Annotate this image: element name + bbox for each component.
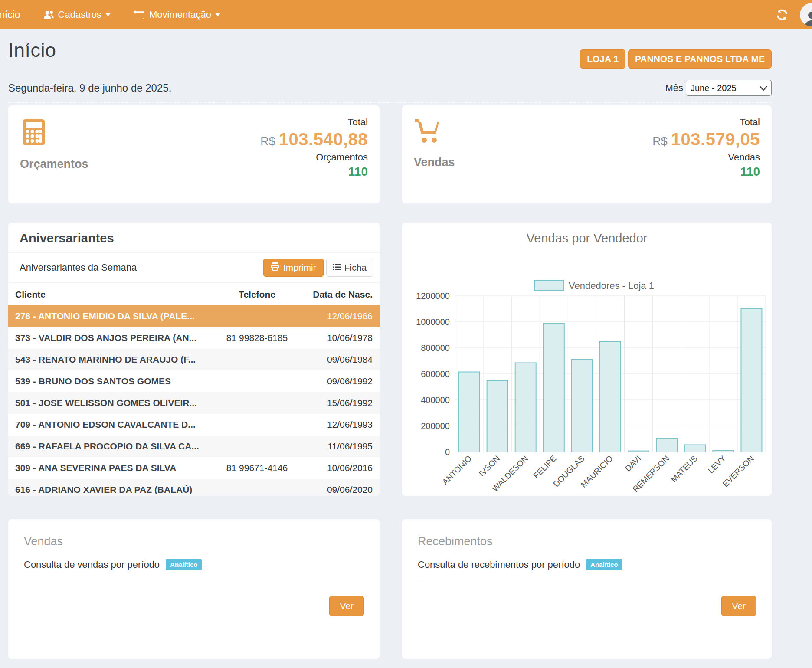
client-phone (213, 392, 301, 414)
table-row[interactable]: 539 - BRUNO DOS SANTOS GOMES09/06/1992 (8, 370, 380, 392)
count-value: 110 (652, 165, 760, 179)
client-name: 543 - RENATO MARINHO DE ARAUJO (F... (8, 349, 213, 370)
bar-douglas[interactable] (572, 360, 593, 452)
bar-mateus[interactable] (684, 445, 705, 452)
nav-item-inicio[interactable]: nício (0, 9, 32, 21)
analitico-badge: Analítico (166, 559, 202, 570)
bar-mauricio[interactable] (600, 341, 621, 452)
y-tick-label: 1000000 (416, 317, 450, 327)
client-name: 616 - ADRIANO XAVIER DA PAZ (BALAÚ) (8, 479, 213, 496)
client-name: 309 - ANA SEVERINA PAES DA SILVA (8, 457, 213, 479)
count-label: Orçamentos (260, 152, 368, 163)
refresh-icon[interactable] (776, 8, 789, 21)
client-name: 709 - ANTONIO EDSON CAVALCANTE D... (8, 414, 213, 436)
client-birthdate: 10/06/1978 (301, 327, 380, 349)
client-name: 501 - JOSE WELISSON GOMES OLIVEIR... (8, 392, 213, 414)
y-tick-label: 200000 (421, 421, 450, 431)
nav-item-cadastros[interactable]: Cadastros (32, 0, 122, 29)
x-tick-label: FELIPE (531, 454, 558, 480)
card-title: Vendas (414, 156, 455, 169)
x-tick-label: IVSON (477, 454, 502, 478)
birthday-table: Cliente Telefone Data de Nasc. 278 - ANT… (8, 283, 380, 496)
avatar[interactable] (800, 3, 812, 26)
client-birthdate: 09/06/1992 (301, 370, 380, 392)
table-row[interactable]: 543 - RENATO MARINHO DE ARAUJO (F...09/0… (8, 349, 380, 370)
client-birthdate: 12/06/1966 (301, 305, 380, 327)
table-row[interactable]: 709 - ANTONIO EDSON CAVALCANTE D...12/06… (8, 414, 380, 436)
total-value: 103.579,05 (671, 130, 760, 149)
ver-button[interactable]: Ver (329, 596, 364, 616)
recebimentos-panel: Recebimentos Consulta de recebimentos po… (402, 519, 772, 659)
store-button[interactable]: LOJA 1 (580, 49, 625, 69)
nav-cadastros-label: Cadastros (58, 9, 102, 20)
total-label: Total (652, 117, 760, 128)
chart-legend-label: Vendedores - Loja 1 (569, 280, 654, 291)
calculator-icon (20, 140, 48, 147)
count-value: 110 (260, 165, 368, 179)
x-tick-label: DAVI (623, 454, 643, 473)
y-tick-label: 0 (445, 447, 450, 457)
client-birthdate: 11/06/1995 (301, 436, 380, 457)
divider (418, 582, 756, 582)
nav-item-movimentacao[interactable]: Movimentação (122, 0, 232, 29)
panel-text: Consulta de vendas por período (24, 559, 160, 570)
bar-antonio[interactable] (459, 372, 480, 452)
month-label: Mês (665, 82, 683, 94)
ver-button[interactable]: Ver (721, 596, 756, 616)
client-phone (213, 414, 301, 436)
client-phone (213, 370, 301, 392)
users-icon (43, 10, 54, 20)
client-birthdate: 09/06/1984 (301, 349, 380, 370)
client-name: 278 - ANTONIO EMIDIO DA SILVA (PALE... (8, 305, 213, 327)
page-title: Início (8, 39, 56, 62)
y-tick-label: 400000 (421, 395, 450, 405)
y-tick-label: 600000 (421, 369, 450, 379)
divider (24, 582, 364, 582)
caret-down-icon (105, 13, 111, 16)
table-row[interactable]: 309 - ANA SEVERINA PAES DA SILVA81 99671… (8, 457, 380, 479)
printer-icon (271, 262, 279, 273)
bar-davi[interactable] (628, 451, 649, 452)
client-birthdate: 09/06/2020 (301, 479, 380, 496)
x-tick-label: MATEUS (669, 454, 699, 484)
currency-prefix: R$ (260, 135, 275, 148)
table-row[interactable]: 669 - RAFAELA PROCOPIO DA SILVA CA...11/… (8, 436, 380, 457)
birthday-table-body: 278 - ANTONIO EMIDIO DA SILVA (PALE...12… (8, 305, 380, 496)
total-value: 103.540,88 (279, 130, 368, 149)
chart-card: Vendas por VendedorVendedores - Loja 102… (402, 223, 772, 496)
panel-title: Recebimentos (418, 535, 756, 548)
print-button[interactable]: Imprimir (263, 259, 324, 277)
page-date: Segunda-feira, 9 de junho de 2025. (8, 82, 171, 94)
vendas-panel: Vendas Consulta de vendas por período An… (8, 519, 380, 659)
company-button[interactable]: PANNOS E PANNOS LTDA ME (628, 49, 772, 69)
month-select[interactable]: June - 2025 (686, 80, 772, 96)
table-row[interactable]: 616 - ADRIANO XAVIER DA PAZ (BALAÚ)09/06… (8, 479, 380, 496)
analitico-badge: Analítico (586, 559, 622, 570)
total-label: Total (260, 117, 368, 128)
client-phone (213, 479, 301, 496)
ficha-button[interactable]: Ficha (326, 259, 373, 277)
client-phone (213, 305, 301, 327)
bar-remerson[interactable] (656, 439, 677, 452)
exchange-icon (133, 10, 145, 19)
bar-waldeson[interactable] (515, 363, 536, 452)
caret-down-icon (215, 13, 220, 16)
bar-felipe[interactable] (544, 323, 564, 452)
bar-levy[interactable] (713, 450, 733, 452)
panel-title: Vendas (24, 535, 364, 548)
bar-everson[interactable] (741, 309, 762, 452)
table-row[interactable]: 278 - ANTONIO EMIDIO DA SILVA (PALE...12… (8, 305, 380, 327)
table-row[interactable]: 501 - JOSE WELISSON GOMES OLIVEIR...15/0… (8, 392, 380, 414)
vendas-card: Vendas Total R$103.579,05 Vendas 110 (402, 105, 772, 203)
orcamentos-card: Orçamentos Total R$103.540,88 Orçamentos… (8, 105, 380, 203)
card-title: Orçamentos (20, 157, 88, 171)
y-tick-label: 1200000 (416, 291, 450, 301)
print-button-label: Imprimir (283, 262, 316, 273)
client-phone: 81 99671-4146 (213, 457, 301, 479)
currency-prefix: R$ (652, 135, 668, 148)
bar-ivson[interactable] (487, 380, 508, 452)
vendas-chart[interactable]: Vendas por VendedorVendedores - Loja 102… (402, 223, 772, 496)
table-row[interactable]: 373 - VALDIR DOS ANJOS PEREIRA (AN...81 … (8, 327, 380, 349)
birthdays-card: Aniversariantes Aniversariantes da Seman… (8, 223, 380, 496)
birthdays-title: Aniversariantes (8, 223, 380, 253)
